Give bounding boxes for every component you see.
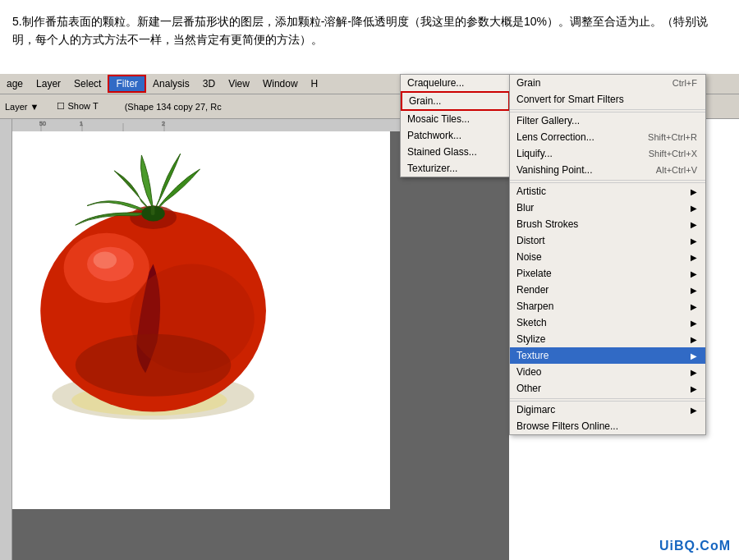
svg-point-16 (76, 334, 231, 397)
menu-item-analysis[interactable]: Analysis (146, 76, 196, 91)
texture-item-craquelure[interactable]: Craquelure... (401, 75, 510, 91)
svg-point-18 (94, 251, 117, 269)
svg-text:1: 1 (80, 121, 83, 126)
filter-noise[interactable]: Noise ▶ (510, 249, 705, 265)
filter-sketch[interactable]: Sketch ▶ (510, 314, 705, 331)
menu-item-3d[interactable]: 3D (196, 76, 222, 91)
filter-brush-strokes[interactable]: Brush Strokes ▶ (510, 216, 705, 232)
digimarc-arrow: ▶ (691, 406, 697, 415)
lens-shortcut: Shift+Ctrl+R (648, 132, 697, 142)
filter-other[interactable]: Other ▶ (510, 380, 705, 397)
toolbar-show: ☐ Show T (52, 99, 103, 113)
instruction-text: 5.制作番茄表面的颗粒。新建一层番茄形状的图层，添加颗粒-溶解-降低透明度（我这… (8, 8, 731, 53)
menu-item-layer[interactable]: Layer (30, 76, 67, 91)
filter-gallery[interactable]: Filter Gallery... (510, 112, 705, 129)
menu-item-select[interactable]: Select (67, 76, 108, 91)
filter-gallery-section: Filter Gallery... Lens Correction... Shi… (510, 112, 705, 178)
vanishing-shortcut: Alt+Ctrl+V (656, 165, 697, 175)
menu-item-help[interactable]: H (305, 76, 325, 91)
distort-arrow: ▶ (691, 236, 697, 246)
filter-pixelate[interactable]: Pixelate ▶ (510, 265, 705, 282)
texture-item-stained-glass[interactable]: Stained Glass... (401, 144, 510, 160)
filter-digimarc[interactable]: Digimarc ▶ (510, 402, 705, 418)
texture-item-patchwork[interactable]: Patchwork... (401, 127, 510, 144)
filter-video[interactable]: Video ▶ (510, 364, 705, 380)
sharpen-arrow: ▶ (691, 302, 697, 311)
svg-text:50: 50 (39, 121, 46, 126)
liquify-shortcut: Shift+Ctrl+X (649, 149, 697, 158)
filter-liquify[interactable]: Liquify... Shift+Ctrl+X (510, 145, 705, 162)
filter-lens-correction[interactable]: Lens Correction... Shift+Ctrl+R (510, 129, 705, 145)
svg-rect-15 (151, 206, 155, 215)
menu-item-view[interactable]: View (222, 76, 256, 91)
stylize-arrow: ▶ (691, 335, 697, 344)
filter-grain[interactable]: Grain Ctrl+F (510, 75, 705, 91)
filter-texture[interactable]: Texture ▶ (510, 347, 705, 364)
toolbar-layer-label: Layer ▼ (0, 100, 44, 113)
artistic-arrow: ▶ (691, 187, 697, 196)
filter-sharpen[interactable]: Sharpen ▶ (510, 298, 705, 314)
svg-text:2: 2 (162, 121, 165, 126)
blur-arrow: ▶ (691, 204, 697, 213)
filter-convert-smart[interactable]: Convert for Smart Filters (510, 91, 705, 108)
menu-item-age[interactable]: age (0, 76, 30, 91)
white-canvas (12, 131, 390, 509)
menu-item-filter[interactable]: Filter (108, 75, 146, 93)
other-arrow: ▶ (691, 384, 697, 393)
video-arrow: ▶ (691, 368, 697, 377)
filter-menu: Grain Ctrl+F Convert for Smart Filters F… (509, 74, 706, 435)
filter-artistic[interactable]: Artistic ▶ (510, 183, 705, 200)
filter-render[interactable]: Render ▶ (510, 282, 705, 298)
render-arrow: ▶ (691, 286, 697, 295)
filter-vanishing-point[interactable]: Vanishing Point... Alt+Ctrl+V (510, 162, 705, 178)
texture-item-texturizer[interactable]: Texturizer... (401, 160, 510, 177)
toolbar-shape-info: (Shape 134 copy 27, Rc (120, 100, 227, 113)
filter-submenu-section: Artistic ▶ Blur ▶ Brush Strokes ▶ Distor… (510, 182, 705, 397)
left-filter-panel: Craquelure... Grain... Mosaic Tiles... P… (400, 74, 511, 177)
menu-item-window[interactable]: Window (256, 76, 305, 91)
ruler-left (0, 119, 12, 560)
filter-distort[interactable]: Distort ▶ (510, 232, 705, 249)
grain-shortcut: Ctrl+F (672, 78, 697, 88)
filter-bottom-section: Digimarc ▶ Browse Filters Online... (510, 401, 705, 434)
texture-item-mosaic[interactable]: Mosaic Tiles... (401, 111, 510, 127)
filter-blur[interactable]: Blur ▶ (510, 200, 705, 216)
filter-menu-top-section: Grain Ctrl+F Convert for Smart Filters (510, 75, 705, 108)
brush-arrow: ▶ (691, 220, 697, 229)
filter-stylize[interactable]: Stylize ▶ (510, 331, 705, 347)
noise-arrow: ▶ (691, 253, 697, 262)
texture-arrow: ▶ (691, 351, 697, 360)
filter-browse-online[interactable]: Browse Filters Online... (510, 418, 705, 434)
pixelate-arrow: ▶ (691, 269, 697, 278)
sketch-arrow: ▶ (691, 319, 697, 328)
watermark: UiBQ.CoM (659, 539, 731, 553)
texture-item-grain[interactable]: Grain... (401, 91, 510, 111)
